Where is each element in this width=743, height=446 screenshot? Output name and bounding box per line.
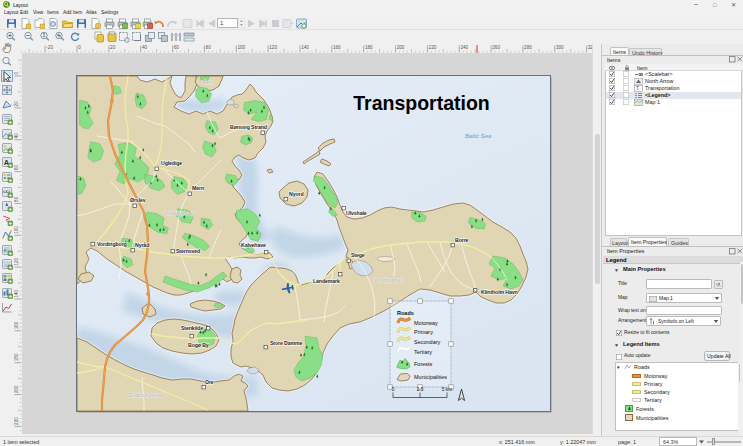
svg-text:Ulvshale: Ulvshale <box>346 210 367 216</box>
svg-text:Kalvehave: Kalvehave <box>241 242 266 248</box>
svg-text:Nyråd: Nyråd <box>135 242 149 248</box>
svg-text:Landemark: Landemark <box>313 278 340 284</box>
svg-text:e: e <box>4 247 7 253</box>
svg-text:120: 120 <box>14 257 19 265</box>
svg-text:-20: -20 <box>46 45 53 50</box>
svg-text:200: 200 <box>14 385 19 393</box>
svg-text:Ugledige: Ugledige <box>161 160 182 166</box>
svg-text:Baltic Sea: Baltic Sea <box>465 133 492 139</box>
svg-text:Transportation: Transportation <box>353 92 490 114</box>
svg-text:5 km: 5 km <box>442 387 452 392</box>
svg-text:40: 40 <box>142 45 148 50</box>
svg-text:180: 180 <box>365 45 373 50</box>
svg-text:140: 140 <box>14 289 19 297</box>
svg-text:Nyord: Nyord <box>289 191 304 197</box>
svg-text:Klintholm Havn: Klintholm Havn <box>481 289 518 295</box>
svg-text:40: 40 <box>14 133 19 139</box>
svg-text:20: 20 <box>110 45 116 50</box>
svg-text:220: 220 <box>14 417 19 425</box>
svg-text:0: 0 <box>14 72 19 75</box>
svg-text:200: 200 <box>397 45 405 50</box>
svg-text:100: 100 <box>14 226 19 234</box>
svg-text:Mern: Mern <box>192 185 204 191</box>
svg-text:0: 0 <box>78 45 81 50</box>
svg-text:80: 80 <box>206 45 212 50</box>
svg-text:T: T <box>636 85 639 91</box>
svg-text:Vordingborg: Vordingborg <box>374 277 405 283</box>
svg-text:Roads: Roads <box>397 310 414 316</box>
svg-text:280: 280 <box>524 45 532 50</box>
svg-text:Ore: Ore <box>205 379 214 385</box>
svg-text:140: 140 <box>301 45 309 50</box>
svg-text:260: 260 <box>492 45 500 50</box>
svg-text:160: 160 <box>333 45 341 50</box>
svg-text:0: 0 <box>392 387 395 392</box>
svg-text:20: 20 <box>14 101 19 107</box>
svg-text:Tertiary: Tertiary <box>414 349 432 355</box>
svg-text:Motorway: Motorway <box>414 320 438 326</box>
svg-text:Guldborgsund: Guldborgsund <box>127 392 164 398</box>
svg-text:Bønsvig Strand: Bønsvig Strand <box>230 124 267 130</box>
svg-text:Forests: Forests <box>414 361 433 367</box>
svg-text:300: 300 <box>556 45 564 50</box>
svg-text:60: 60 <box>174 45 180 50</box>
svg-text:Sternsved: Sternsved <box>176 248 200 254</box>
svg-text:240: 240 <box>460 45 468 50</box>
svg-text:2.5: 2.5 <box>417 387 424 392</box>
svg-text:Stege: Stege <box>351 252 365 258</box>
svg-text:Primary: Primary <box>414 329 433 335</box>
svg-text:60: 60 <box>14 165 19 171</box>
svg-text:Stenkilde: Stenkilde <box>181 325 203 331</box>
svg-text:Secondary: Secondary <box>414 339 441 345</box>
svg-text:Vordingborg: Vordingborg <box>97 241 127 247</box>
svg-text:220: 220 <box>429 45 437 50</box>
svg-text:80: 80 <box>14 196 19 202</box>
svg-text:180: 180 <box>14 353 19 361</box>
svg-text:Vordingborg: Vordingborg <box>164 210 195 216</box>
svg-text:Municipalities: Municipalities <box>414 374 447 380</box>
svg-text:Ørslev: Ørslev <box>130 197 146 203</box>
svg-text:160: 160 <box>14 321 19 329</box>
svg-text:Store Damme: Store Damme <box>270 340 303 346</box>
svg-text:100: 100 <box>238 45 246 50</box>
svg-text:1: 1 <box>42 32 45 38</box>
svg-text:Bogø By: Bogø By <box>188 342 209 348</box>
svg-text:120: 120 <box>269 45 277 50</box>
svg-text:Faxe: Faxe <box>203 80 214 85</box>
svg-text:Borre: Borre <box>455 237 469 243</box>
